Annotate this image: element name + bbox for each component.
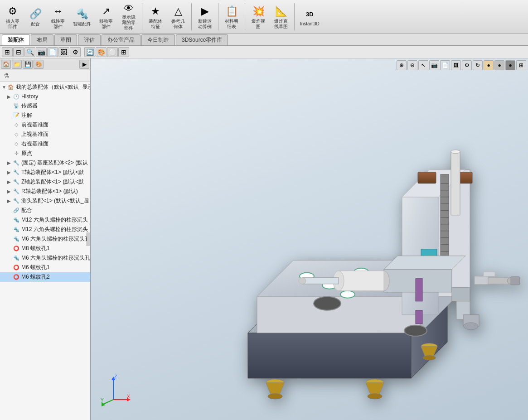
toolbar-sep-4 (245, 3, 245, 30)
st-btn-image[interactable]: 🖼 (58, 47, 69, 57)
tree-label-front-plane: 前视基准面 (21, 121, 48, 129)
rt-zoom-in[interactable]: ⊕ (397, 60, 407, 70)
new-motion-label: 新建运动算例 (198, 19, 212, 29)
rt-img[interactable]: 🖼 (451, 60, 461, 70)
tree-item-right-plane[interactable]: ◇ 右视基准面 (0, 139, 90, 149)
z-axis-label: Z (114, 375, 117, 379)
toolbar-btn-bom[interactable]: 📋 材料明细表 (221, 1, 242, 32)
tree-item-history[interactable]: ▶ 🕐 History (0, 92, 90, 101)
rt-select[interactable]: ↖ (418, 60, 428, 70)
tab-evaluate[interactable]: 评估 (78, 34, 101, 45)
move-label: 移动零部件 (99, 19, 113, 29)
tab-layout[interactable]: 布局 (31, 34, 53, 45)
tree-icon-thread-hole3: ⭕ (13, 274, 20, 281)
bom-label: 材料明细表 (225, 19, 238, 29)
tree-item-mate-group[interactable]: 🔗 配合 (0, 206, 90, 215)
toolbar-btn-assy-feature[interactable]: ★ 装配体特征 (145, 1, 166, 32)
tree-item-z-axis[interactable]: ▶ 🔧 Z轴总装配体<1> (默认<默 (0, 177, 90, 187)
st-btn-grid[interactable]: ⊞ (118, 47, 129, 57)
tree-item-bolt2[interactable]: 🔩 M12 六角头螺栓的柱形沉头 (0, 225, 90, 234)
tree-label-root: 我的总装配体（默认<默认_显示 (16, 83, 90, 91)
tab-assembly[interactable]: 装配体 (2, 34, 30, 45)
tree-item-bolt1[interactable]: 🔩 M12 六角头螺栓的柱形沉头 (0, 215, 90, 225)
lp-expand-btn[interactable]: ▶ (79, 60, 89, 69)
lp-color-btn[interactable]: 🎨 (34, 60, 44, 69)
st-btn-zoom-in[interactable]: 🔍 (24, 47, 35, 57)
secondary-toolbar: ⊞ ⊟ 🔍 📷 📄 🖼 ⚙ 🔄 🎨 ⚪ ⊞ (0, 46, 528, 58)
tree-item-thread-hole3[interactable]: ⭕ M6 螺纹孔2 (0, 272, 90, 282)
toolbar-btn-mate[interactable]: 🔗 配合 (24, 1, 46, 32)
tab-sketch[interactable]: 草图 (54, 34, 77, 45)
toolbar-btn-linear[interactable]: ↔ 线性零部件 (47, 1, 69, 32)
rt-zoom-out[interactable]: ⊖ (407, 60, 417, 70)
rt-doc[interactable]: 📄 (440, 60, 450, 70)
tree-item-r-axis[interactable]: ▶ 🔧 R轴总装配体<1> (默认) (0, 187, 90, 196)
toolbar-btn-explode-line[interactable]: 📐 爆炸直线草图 (270, 1, 292, 32)
tree-label-probe: 测头装配<1> (默认<默认_显 (21, 197, 89, 205)
toolbar-btn-instant3d[interactable]: 3D Instant3D (297, 1, 323, 32)
tree-icon-thread-hole1: ⭕ (13, 245, 20, 252)
rt-grid[interactable]: ⊞ (516, 60, 526, 70)
tree-item-base-assy[interactable]: ▶ 🔧 (固定) 基座装配体<2> (默认 (0, 158, 90, 168)
toolbar-btn-new-motion[interactable]: ▶ 新建运动算例 (194, 1, 216, 32)
tree-icon-base-assy: 🔧 (13, 159, 20, 167)
svg-rect-55 (484, 272, 495, 276)
panel-scroll-handle[interactable] (87, 232, 90, 246)
tab-today-manufacturing[interactable]: 今日制造 (141, 34, 175, 45)
lp-home-btn[interactable]: 🏠 (1, 60, 11, 69)
toolbar-btn-move[interactable]: ↗ 移动零部件 (95, 1, 117, 32)
svg-point-5 (268, 394, 282, 399)
rt-setting[interactable]: ⚙ (462, 60, 472, 70)
tree-expand-t-axis: ▶ (7, 170, 13, 175)
tree-item-root[interactable]: ▼ 🏠 我的总装配体（默认<默认_显示 (0, 82, 90, 92)
rt-color2[interactable]: ● (494, 60, 504, 70)
toolbar-btn-explode[interactable]: 💥 爆炸视图 (247, 1, 269, 32)
st-btn-camera[interactable]: 📷 (36, 47, 47, 57)
tree-item-front-plane[interactable]: ◇ 前视基准面 (0, 120, 90, 130)
tree-item-bolt4[interactable]: 🔩 M6 六角头螺栓的柱形沉头孔 (0, 253, 90, 263)
svg-marker-0 (248, 333, 411, 378)
tree-label-r-axis: R轴总装配体<1> (默认) (21, 188, 78, 195)
tree-label-z-axis: Z轴总装配体<1> (默认<默 (21, 178, 84, 186)
st-btn-color2[interactable]: ⚪ (107, 47, 118, 57)
tree-item-sensor[interactable]: 📡 传感器 (0, 101, 90, 111)
tree-item-top-plane[interactable]: ◇ 上视基准面 (0, 130, 90, 139)
left-panel: 🏠 📁 💾 🎨 ▶ ⚗ ▼ 🏠 我的总装配体（默认<默认_显示 ▶ 🕐 Hist… (0, 58, 91, 420)
tree-item-origin[interactable]: ✛ 原点 (0, 149, 90, 158)
instant3d-label: Instant3D (300, 21, 320, 27)
st-btn-rotate[interactable]: 🔄 (84, 47, 95, 57)
tree-item-annotation[interactable]: 📝 注解 (0, 111, 90, 120)
rt-camera[interactable]: 📷 (429, 60, 439, 70)
rt-color1[interactable]: ● (484, 60, 494, 70)
tree-icon-probe: 🔧 (13, 198, 20, 205)
tree-item-t-axis[interactable]: ▶ 🔧 T轴总装配体<1> (默认<默 (0, 168, 90, 177)
toolbar-btn-show-hidden[interactable]: 👁 显示隐藏的零部件 (118, 1, 140, 32)
assy-feature-label: 装配体特征 (149, 19, 162, 29)
tree-item-probe[interactable]: ▶ 🔧 测头装配<1> (默认<默认_显 (0, 196, 90, 206)
toolbar-btn-smart[interactable]: 🔩 智能配件 (70, 1, 94, 32)
tree-item-thread-hole1[interactable]: ⭕ M8 螺纹孔1 (0, 244, 90, 253)
viewport[interactable]: ⊕ ⊖ ↖ 📷 📄 🖼 ⚙ ↻ ● ● ● ⊞ (91, 58, 528, 420)
st-btn-settings[interactable]: ⚙ (70, 47, 81, 57)
toolbar-btn-ref-geo[interactable]: △ 参考几何体 (167, 1, 189, 32)
lp-folder-btn[interactable]: 📁 (12, 60, 22, 69)
tree-item-thread-hole2[interactable]: ⭕ M6 螺纹孔1 (0, 263, 90, 272)
x-axis-label: X (127, 394, 130, 399)
st-btn-2[interactable]: ⊟ (13, 47, 24, 57)
svg-rect-48 (302, 278, 339, 284)
st-btn-1[interactable]: ⊞ (2, 47, 13, 57)
st-btn-color1[interactable]: 🎨 (96, 47, 107, 57)
3d-model (212, 116, 528, 420)
lp-save-btn[interactable]: 💾 (23, 60, 33, 69)
tab-3dsource[interactable]: 3DSource零件库 (176, 34, 228, 45)
tab-office[interactable]: 办公室产品 (102, 34, 140, 45)
st-btn-doc[interactable]: 📄 (47, 47, 58, 57)
tree-label-mate-group: 配合 (21, 207, 32, 214)
rt-color3[interactable]: ● (505, 60, 515, 70)
tree-icon-bolt1: 🔩 (13, 217, 20, 224)
toolbar-btn-insert-part[interactable]: ⚙ 插入零部件 (2, 1, 24, 32)
tree-icon-bolt4: 🔩 (13, 255, 20, 262)
y-axis-label: Y (101, 398, 104, 403)
tree-item-bolt3[interactable]: 🔩 M6 六角头螺栓的柱形沉头孔 (0, 234, 90, 244)
rt-rotate[interactable]: ↻ (473, 60, 483, 70)
